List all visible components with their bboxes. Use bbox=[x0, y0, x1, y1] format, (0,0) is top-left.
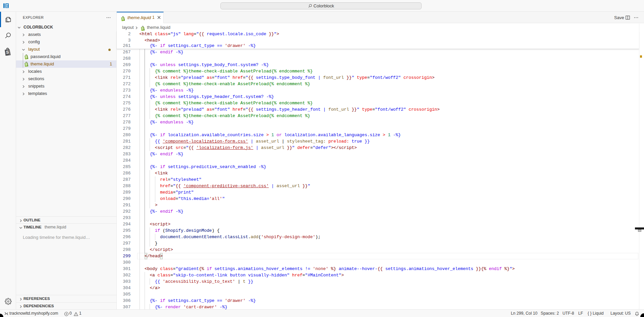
svg-text:S: S bbox=[25, 55, 27, 59]
svg-text:S: S bbox=[6, 50, 9, 55]
svg-text:S: S bbox=[25, 63, 27, 66]
svg-text:S: S bbox=[142, 27, 144, 31]
svg-text:S: S bbox=[122, 17, 124, 21]
